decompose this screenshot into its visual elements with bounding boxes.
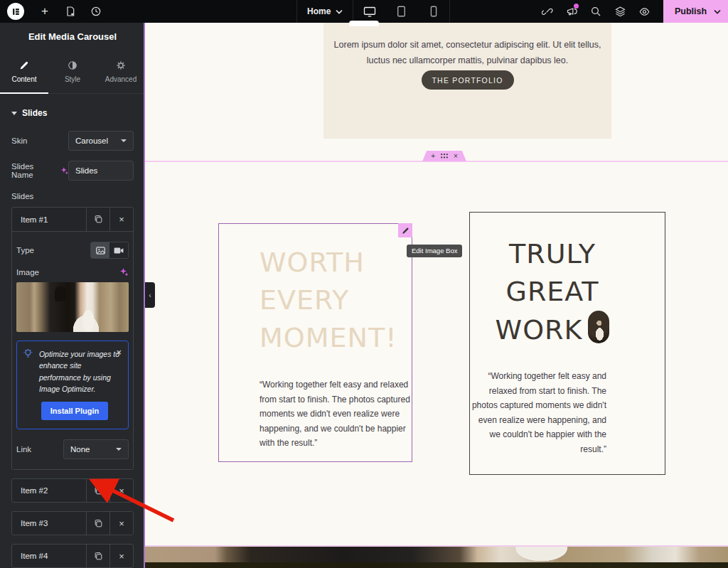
remove-item-button[interactable]: × <box>109 479 133 502</box>
duplicate-item-button[interactable] <box>86 512 109 535</box>
testimonial-card-selected[interactable]: WORTH EVERY MOMENT! “Working together fe… <box>218 223 412 462</box>
repeater-item-2[interactable]: Item #2 × <box>11 478 134 503</box>
portfolio-button[interactable]: THE PORTFOLIO <box>422 70 514 90</box>
item-title: Item #4 <box>12 545 86 567</box>
drag-handle-icon[interactable] <box>441 154 448 159</box>
tab-style[interactable]: Style <box>48 50 97 93</box>
remove-item-button[interactable]: × <box>109 512 133 535</box>
layers-icon <box>614 6 626 17</box>
elementor-logo-icon <box>11 7 21 16</box>
duplicate-icon <box>94 486 103 495</box>
testimonial-quote: “Working together felt easy and relaxed … <box>470 369 606 456</box>
card-title-line: WORTH <box>259 244 397 282</box>
preview-button[interactable] <box>632 0 656 23</box>
pencil-icon <box>19 60 29 70</box>
delete-section-icon[interactable]: × <box>454 153 458 160</box>
install-plugin-button[interactable]: Install Plugin <box>41 402 108 420</box>
hero-paragraph[interactable]: Lorem ipsum dolor sit amet, consectetur … <box>329 37 606 68</box>
duplicate-icon <box>94 552 103 561</box>
section-handle[interactable]: + × <box>422 151 466 161</box>
edit-widget-button[interactable] <box>398 223 412 237</box>
tab-style-label: Style <box>65 75 80 83</box>
image-thumbnail-wedding-photo[interactable] <box>16 282 129 332</box>
ai-sparkle-icon[interactable] <box>119 267 129 277</box>
link-icon <box>542 6 553 17</box>
gear-icon <box>116 60 126 70</box>
page-selector-dropdown[interactable]: Home <box>297 0 353 23</box>
card-title-line: TRULY <box>470 235 635 273</box>
caret-down-icon <box>11 112 17 115</box>
whats-new-button[interactable] <box>560 0 584 23</box>
chevron-down-icon <box>336 9 343 14</box>
hero-section[interactable]: Lorem ipsum dolor sit amet, consectetur … <box>323 23 611 139</box>
section-slides-header[interactable]: Slides <box>11 108 134 118</box>
style-icon <box>68 60 77 70</box>
publish-label: Publish <box>675 6 707 16</box>
tab-content-label: Content <box>11 75 36 83</box>
publish-button[interactable]: Publish <box>663 0 728 23</box>
slides-name-label: Slides Name <box>11 162 68 179</box>
page-template-icon <box>65 6 76 17</box>
testimonial-card[interactable]: TRULY GREAT WORK “Working together felt … <box>469 212 665 475</box>
active-device-indicator <box>349 21 379 26</box>
top-bar: + Home <box>0 0 728 23</box>
link-label: Link <box>16 445 31 454</box>
tab-content[interactable]: Content <box>0 50 48 93</box>
duplicate-icon <box>94 519 103 528</box>
history-button[interactable] <box>84 0 108 23</box>
slides-name-label-text: Slides Name <box>11 162 56 179</box>
select-caret-icon <box>116 448 122 451</box>
wedding-photo-section-dark-edge <box>145 562 728 568</box>
skin-select[interactable]: Carousel <box>68 131 134 151</box>
duplicate-item-button[interactable] <box>86 479 109 502</box>
link-select-value: None <box>70 445 90 454</box>
copy-link-button[interactable] <box>535 0 560 23</box>
item-title: Item #2 <box>12 479 86 502</box>
duplicate-icon <box>94 215 103 224</box>
notification-dot <box>574 4 579 9</box>
skin-select-value: Carousel <box>75 136 108 145</box>
card-title-line: MOMENT! <box>259 319 397 357</box>
structure-button[interactable] <box>608 0 632 23</box>
slides-name-input[interactable] <box>68 161 134 181</box>
wedding-photo-section[interactable] <box>145 547 728 562</box>
add-section-icon[interactable]: + <box>431 153 435 160</box>
elementor-logo[interactable] <box>7 3 24 20</box>
duplicate-item-button[interactable] <box>86 208 109 231</box>
ai-sparkle-icon[interactable] <box>60 166 69 175</box>
tab-advanced[interactable]: Advanced <box>97 50 145 93</box>
skin-label: Skin <box>11 136 27 145</box>
repeater-item-4[interactable]: Item #4 × <box>11 544 134 568</box>
edit-tooltip: Edit Image Box <box>407 245 462 257</box>
card-title-line: WORK <box>470 311 635 349</box>
remove-item-button[interactable]: × <box>109 545 133 567</box>
search-icon <box>590 6 601 17</box>
editor-canvas: Lorem ipsum dolor sit amet, consectetur … <box>145 23 728 568</box>
close-icon[interactable]: × <box>116 347 122 358</box>
testimonial-quote: “Working together felt easy and relaxed … <box>259 377 410 451</box>
type-video-button[interactable] <box>109 242 128 258</box>
repeater-item-1-header[interactable]: Item #1 × <box>12 208 133 232</box>
type-image-button[interactable] <box>91 242 109 258</box>
device-switcher <box>353 0 449 23</box>
eye-icon <box>638 6 651 17</box>
remove-item-button[interactable]: × <box>109 208 133 231</box>
tablet-icon <box>397 6 406 17</box>
link-select[interactable]: None <box>63 439 129 459</box>
add-element-button[interactable]: + <box>33 0 57 23</box>
collapse-panel-button[interactable]: ‹ <box>145 282 155 308</box>
device-mobile-button[interactable] <box>417 0 449 23</box>
publish-options-chevron-icon[interactable] <box>714 9 721 14</box>
edit-panel: Edit Media Carousel Content Style Advanc… <box>0 23 145 568</box>
device-desktop-button[interactable] <box>353 0 385 23</box>
image-label: Image <box>16 268 39 277</box>
device-tablet-button[interactable] <box>385 0 417 23</box>
repeater-item-1: Item #1 × Type <box>11 207 134 470</box>
add-template-button[interactable] <box>58 0 82 23</box>
repeater-item-3[interactable]: Item #3 × <box>11 511 134 535</box>
item-title: Item #3 <box>12 512 86 535</box>
finder-search-button[interactable] <box>584 0 608 23</box>
image-icon <box>96 247 105 254</box>
duplicate-item-button[interactable] <box>86 545 109 567</box>
active-tab-underline <box>0 92 48 94</box>
